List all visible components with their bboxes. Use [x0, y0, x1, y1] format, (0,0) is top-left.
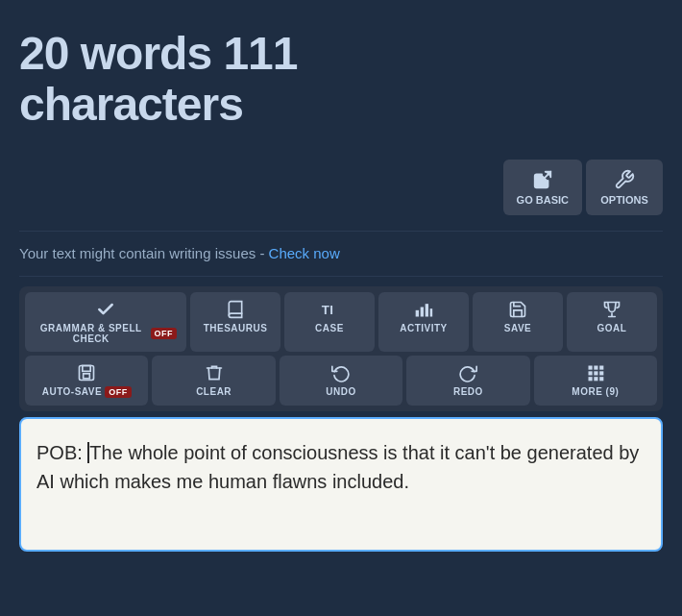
check-now-link[interactable]: Check now — [269, 245, 340, 261]
svg-rect-13 — [594, 371, 597, 375]
grammar-off-badge: OFF — [151, 328, 178, 339]
writing-issues-text: Your text might contain writing issues -… — [19, 245, 340, 261]
more-button[interactable]: MORE (9) — [534, 356, 657, 406]
writing-issues-prefix: Your text might contain writing issues - — [19, 245, 269, 261]
svg-rect-12 — [588, 371, 592, 375]
wrench-icon — [614, 169, 635, 190]
toolbar-row-1: GRAMMAR & SPELL CHECK OFF THESAURUS TI C… — [25, 292, 657, 352]
auto-save-label-row: AUTO-SAVE OFF — [42, 386, 132, 398]
bar-chart-icon — [414, 300, 433, 319]
go-basic-label: GO BASIC — [517, 194, 569, 206]
svg-rect-7 — [83, 365, 90, 371]
thesaurus-label: THESAURUS — [204, 323, 268, 333]
case-icon: TI — [320, 300, 339, 319]
thesaurus-button[interactable]: THESAURUS — [190, 292, 280, 352]
char-label: characters — [19, 79, 243, 130]
options-button[interactable]: OPTIONS — [586, 160, 663, 215]
main-container: 20 words 111 characters GO BASIC OPTIONS… — [0, 0, 682, 616]
toolbar-row-2: AUTO-SAVE OFF CLEAR UNDO — [25, 356, 657, 406]
goal-button[interactable]: GOAL — [567, 292, 657, 352]
trophy-icon — [602, 300, 621, 319]
text-editor[interactable]: POB: The whole point of consciousness is… — [19, 417, 663, 552]
go-basic-button[interactable]: GO BASIC — [503, 160, 582, 215]
svg-rect-3 — [421, 307, 424, 316]
save-icon — [508, 300, 527, 319]
toolbar-container: GRAMMAR & SPELL CHECK OFF THESAURUS TI C… — [19, 286, 663, 411]
svg-rect-9 — [588, 365, 592, 369]
book-icon — [226, 300, 245, 319]
auto-save-button[interactable]: AUTO-SAVE OFF — [25, 356, 148, 406]
redo-label: REDO — [453, 386, 483, 397]
auto-save-off-badge: OFF — [105, 386, 132, 398]
grammar-label: GRAMMAR & SPELL CHECK — [35, 323, 148, 344]
more-label: MORE (9) — [572, 386, 619, 397]
svg-rect-4 — [426, 304, 428, 316]
redo-button[interactable]: REDO — [406, 356, 529, 406]
case-button[interactable]: TI CASE — [284, 292, 375, 352]
case-label: CASE — [315, 323, 344, 333]
svg-rect-17 — [599, 377, 603, 381]
writing-issues-bar: Your text might contain writing issues -… — [19, 231, 663, 277]
trash-icon — [205, 363, 224, 382]
svg-rect-14 — [599, 371, 603, 375]
options-label: OPTIONS — [600, 194, 648, 206]
undo-button[interactable]: UNDO — [280, 356, 402, 406]
svg-rect-15 — [588, 377, 592, 381]
save-label: SAVE — [504, 323, 532, 333]
redo-icon — [458, 363, 477, 382]
activity-label: ACTIVITY — [400, 323, 448, 333]
word-count-text: 20 words 111 — [19, 28, 298, 79]
clear-label: CLEAR — [196, 386, 231, 397]
clear-button[interactable]: CLEAR — [152, 356, 275, 406]
svg-rect-5 — [430, 308, 433, 316]
undo-icon — [331, 363, 351, 382]
goal-label: GOAL — [597, 323, 627, 333]
save-button[interactable]: SAVE — [473, 292, 563, 352]
svg-rect-2 — [416, 309, 419, 316]
auto-save-text: AUTO-SAVE — [42, 386, 102, 397]
svg-rect-11 — [599, 365, 603, 369]
action-buttons: GO BASIC OPTIONS — [19, 160, 663, 215]
cursor — [87, 442, 89, 463]
activity-button[interactable]: ACTIVITY — [378, 292, 469, 352]
external-link-icon — [532, 169, 553, 190]
check-icon — [96, 300, 115, 319]
svg-rect-8 — [84, 373, 90, 378]
svg-rect-10 — [594, 365, 597, 369]
word-count-title: 20 words 111 characters — [19, 29, 663, 131]
grid-icon — [586, 363, 605, 382]
word-count-section: 20 words 111 characters — [19, 19, 663, 150]
undo-label: UNDO — [326, 386, 355, 397]
editor-content: POB: The whole point of consciousness is… — [37, 438, 645, 496]
grammar-spell-check-button[interactable]: GRAMMAR & SPELL CHECK OFF — [25, 292, 186, 352]
svg-rect-16 — [594, 377, 597, 381]
grammar-label-row: GRAMMAR & SPELL CHECK OFF — [35, 323, 177, 344]
floppy-icon — [77, 363, 96, 382]
svg-text:TI: TI — [322, 303, 334, 317]
